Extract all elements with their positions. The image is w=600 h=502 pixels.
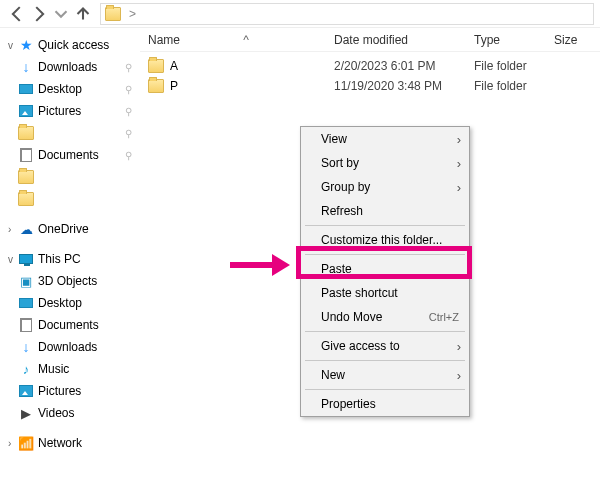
- callout-arrow-icon: [228, 252, 292, 281]
- ctx-paste-shortcut[interactable]: Paste shortcut: [301, 281, 469, 305]
- ctx-separator: [305, 254, 465, 255]
- ctx-undo-move[interactable]: Undo MoveCtrl+Z: [301, 305, 469, 329]
- ctx-separator: [305, 225, 465, 226]
- ctx-view[interactable]: View: [301, 127, 469, 151]
- file-name: P: [170, 79, 178, 93]
- ctx-properties[interactable]: Properties: [301, 392, 469, 416]
- pictures-icon: [18, 383, 34, 399]
- sidebar-videos[interactable]: ▶Videos: [2, 402, 138, 424]
- folder-icon: [18, 192, 34, 206]
- documents-icon: [18, 147, 34, 163]
- pin-icon: ⚲: [125, 106, 132, 117]
- pc-icon: [18, 251, 34, 267]
- file-date: 11/19/2020 3:48 PM: [334, 79, 474, 93]
- folder-icon: [105, 7, 121, 21]
- sidebar-network[interactable]: ›📶Network: [2, 432, 138, 454]
- sidebar-folder-1[interactable]: ⚲: [2, 122, 138, 144]
- folder-icon: [148, 59, 164, 73]
- up-button[interactable]: [72, 3, 94, 25]
- folder-icon: [18, 126, 34, 140]
- history-dropdown[interactable]: [50, 3, 72, 25]
- sidebar-downloads2[interactable]: ↓Downloads: [2, 336, 138, 358]
- pin-icon: ⚲: [125, 62, 132, 73]
- context-menu: View Sort by Group by Refresh Customize …: [300, 126, 470, 417]
- folder-icon: [148, 79, 164, 93]
- desktop-icon: [18, 81, 34, 97]
- pin-icon: ⚲: [125, 128, 132, 139]
- download-icon: ↓: [18, 339, 34, 355]
- ctx-give-access[interactable]: Give access to: [301, 334, 469, 358]
- star-icon: ★: [18, 37, 34, 53]
- pictures-icon: [18, 103, 34, 119]
- sidebar-documents2[interactable]: Documents: [2, 314, 138, 336]
- documents-icon: [18, 317, 34, 333]
- cube-icon: ▣: [18, 273, 34, 289]
- download-icon: ↓: [18, 59, 34, 75]
- file-name: A: [170, 59, 178, 73]
- sidebar-folder-2[interactable]: [2, 166, 138, 188]
- column-headers: Name^ Date modified Type Size: [140, 28, 600, 52]
- ctx-separator: [305, 389, 465, 390]
- address-bar[interactable]: >: [100, 3, 594, 25]
- forward-button[interactable]: [28, 3, 50, 25]
- sidebar-desktop[interactable]: Desktop⚲: [2, 78, 138, 100]
- ctx-shortcut: Ctrl+Z: [429, 311, 459, 323]
- back-button[interactable]: [6, 3, 28, 25]
- sort-indicator-icon: ^: [240, 33, 252, 47]
- file-type: File folder: [474, 59, 554, 73]
- ctx-new[interactable]: New: [301, 363, 469, 387]
- file-row[interactable]: P 11/19/2020 3:48 PM File folder: [140, 76, 600, 96]
- col-type[interactable]: Type: [474, 33, 554, 47]
- sidebar-this-pc[interactable]: vThis PC: [2, 248, 138, 270]
- pin-icon: ⚲: [125, 84, 132, 95]
- ctx-separator: [305, 331, 465, 332]
- col-name[interactable]: Name^: [148, 33, 334, 47]
- sidebar-quick-access[interactable]: v★Quick access: [2, 34, 138, 56]
- col-size[interactable]: Size: [554, 33, 600, 47]
- nav-toolbar: >: [0, 0, 600, 28]
- sidebar-desktop2[interactable]: Desktop: [2, 292, 138, 314]
- file-row[interactable]: A 2/20/2023 6:01 PM File folder: [140, 56, 600, 76]
- file-type: File folder: [474, 79, 554, 93]
- ctx-paste[interactable]: Paste: [301, 257, 469, 281]
- sidebar-downloads[interactable]: ↓Downloads⚲: [2, 56, 138, 78]
- music-icon: ♪: [18, 361, 34, 377]
- file-list: A 2/20/2023 6:01 PM File folder P 11/19/…: [140, 52, 600, 100]
- desktop-icon: [18, 295, 34, 311]
- sidebar-folder-3[interactable]: [2, 188, 138, 210]
- sidebar-music[interactable]: ♪Music: [2, 358, 138, 380]
- breadcrumb-separator: >: [129, 7, 136, 21]
- video-icon: ▶: [18, 405, 34, 421]
- folder-icon: [18, 170, 34, 184]
- ctx-sort-by[interactable]: Sort by: [301, 151, 469, 175]
- file-date: 2/20/2023 6:01 PM: [334, 59, 474, 73]
- ctx-separator: [305, 360, 465, 361]
- pin-icon: ⚲: [125, 150, 132, 161]
- sidebar-pictures[interactable]: Pictures⚲: [2, 100, 138, 122]
- sidebar-pictures2[interactable]: Pictures: [2, 380, 138, 402]
- sidebar-documents[interactable]: Documents⚲: [2, 144, 138, 166]
- sidebar-onedrive[interactable]: ›☁OneDrive: [2, 218, 138, 240]
- ctx-refresh[interactable]: Refresh: [301, 199, 469, 223]
- sidebar-3d-objects[interactable]: ▣3D Objects: [2, 270, 138, 292]
- navigation-tree: v★Quick access ↓Downloads⚲ Desktop⚲ Pict…: [0, 28, 140, 502]
- col-date[interactable]: Date modified: [334, 33, 474, 47]
- ctx-customize[interactable]: Customize this folder...: [301, 228, 469, 252]
- network-icon: 📶: [18, 435, 34, 451]
- ctx-group-by[interactable]: Group by: [301, 175, 469, 199]
- cloud-icon: ☁: [18, 221, 34, 237]
